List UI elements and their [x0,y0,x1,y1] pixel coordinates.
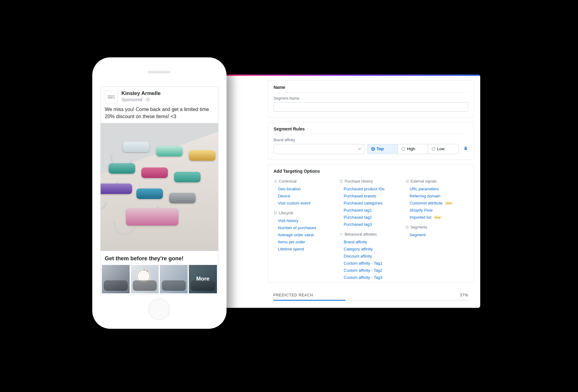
opt-device[interactable]: Device [274,192,336,200]
name-title: Name [274,85,468,93]
product-ring [169,193,196,203]
group-contextual-label: Contextual [279,179,297,184]
rules-title: Segment Rules [274,126,468,134]
opt-custom-tag3[interactable]: Custom affinity - Tag3 [339,274,402,281]
predicted-reach: PREDICTED REACH 37% [268,289,474,303]
affinity-low-button[interactable]: Low [428,144,458,154]
ad-thumbnail-more[interactable]: More [189,265,217,293]
opt-referring-domain[interactable]: Referring domain [405,192,468,200]
group-external: External signals [405,179,468,184]
affinity-level-group: Top High Low [367,144,459,154]
group-behavioral-label: Behavioral affinities [345,232,377,237]
opt-purchased-tag3[interactable]: Purchased tag3 [339,221,402,228]
ad-thumbnail[interactable] [102,265,130,293]
product-ring [141,167,168,178]
group-lifecycle-label: Lifecycle [279,211,293,215]
bag-icon [339,179,343,183]
trash-icon [464,146,468,151]
new-badge: New [433,216,442,219]
product-ring [126,208,178,225]
opt-brand-affinity[interactable]: Brand affinity [339,238,402,246]
affinity-high-button[interactable]: High [398,144,428,154]
segment-builder-panel: Name Segment Name Segment Rules Brand af… [224,74,480,308]
group-contextual: Contextual [274,179,336,184]
affinity-low-label: Low [437,146,445,151]
opt-discount-affinity[interactable]: Discount affinity [339,253,402,260]
opt-items-per-order[interactable]: Items per order [274,238,336,246]
svg-point-1 [274,211,275,212]
radio-icon [432,147,435,151]
product-ring [174,172,201,182]
radio-icon [401,147,405,151]
radio-icon [371,147,375,151]
heart-icon [339,233,343,236]
opt-url-params[interactable]: URL parameters [405,185,468,192]
opt-segment[interactable]: Segment [405,231,468,238]
opt-aov[interactable]: Average order value [274,231,336,238]
new-badge: New [444,201,453,205]
brand-affinity-select[interactable] [274,144,365,154]
opt-custom-tag1[interactable]: Custom affinity - Tag1 [339,260,402,267]
svg-point-0 [275,180,276,181]
svg-point-4 [406,181,407,182]
svg-point-2 [274,214,275,215]
ad-hero-image[interactable] [101,123,218,251]
targeting-options-card: Add Targeting Options Contextual Geo-loc… [268,164,474,283]
ad-cta-headline: Get them before they're gone! [101,251,218,265]
options-title: Add Targeting Options [274,169,468,174]
svg-point-6 [408,182,409,183]
opt-geo-location[interactable]: Geo-location [274,185,336,192]
segment-name-input[interactable] [274,102,468,112]
brand-name[interactable]: Kinsley Armelle [122,90,161,97]
group-external-label: External signals [410,179,437,184]
rule-field-label: Brand affinity [274,138,468,142]
svg-point-5 [408,180,409,181]
predicted-value: 37% [460,293,468,297]
opt-custom-tag2[interactable]: Custom affinity - Tag2 [339,267,402,274]
opt-purchased-ids[interactable]: Purchased product IDs [339,185,402,192]
branch-icon [274,211,277,215]
predicted-label: PREDICTED REACH [273,293,313,297]
share-icon [405,179,409,183]
accent-bar [225,75,480,76]
predicted-bar [273,300,468,301]
group-purchase-label: Purchase History [345,179,373,184]
sponsored-label: Sponsored · [122,97,161,102]
delete-rule-button[interactable] [464,146,468,151]
segment-name-label: Segment Name [274,96,468,101]
group-purchase: Purchase History [339,179,402,184]
opt-visit-custom-event[interactable]: Visit custom event [274,200,336,207]
opt-purchased-tag2[interactable]: Purchased tag2 [339,214,402,221]
ad-thumbnail[interactable] [131,265,159,293]
opt-visit-history[interactable]: Visit history [274,217,336,224]
opt-customer-attribute[interactable]: Customer attributeNew [405,200,468,207]
affinity-top-label: Top [377,146,384,151]
globe-icon [146,98,150,101]
group-segments-label: Segments [410,225,427,229]
opt-shopify-flow[interactable]: Shopify Flow [405,207,468,214]
group-behavioral: Behavioral affinities [339,232,402,237]
opt-category-affinity[interactable]: Category affinity [339,246,402,253]
opt-imported-list[interactable]: Imported listNew [405,214,468,221]
opt-purchased-tag1[interactable]: Purchased tag1 [339,207,402,214]
opt-number-purchases[interactable]: Number of purchases [274,224,336,231]
svg-point-3 [276,212,277,213]
opt-purchased-categories[interactable]: Purchased categories [339,200,402,207]
opt-customer-attribute-label: Customer attribute [410,201,443,205]
product-ring [136,188,163,199]
pie-icon [405,225,409,229]
affinity-top-button[interactable]: Top [368,144,398,154]
ad-thumbnail[interactable] [160,265,188,293]
ad-body-text: We miss you! Come back and get a limited… [101,106,218,123]
opt-purchased-brands[interactable]: Purchased brands [339,192,402,200]
product-ring [189,150,215,161]
sponsored-text: Sponsored · [122,97,145,102]
facebook-ad: KINSLEY ARMELLE Kinsley Armelle Sponsore… [100,86,218,295]
opt-lifetime-spend[interactable]: Lifetime spend [274,246,336,253]
product-ring [123,142,149,152]
affinity-high-label: High [407,146,415,151]
rules-card: Segment Rules Brand affinity Top High Lo… [268,122,474,160]
more-label: More [189,265,217,293]
phone-mockup: KINSLEY ARMELLE Kinsley Armelle Sponsore… [92,57,227,329]
opt-imported-list-label: Imported list [410,215,431,220]
